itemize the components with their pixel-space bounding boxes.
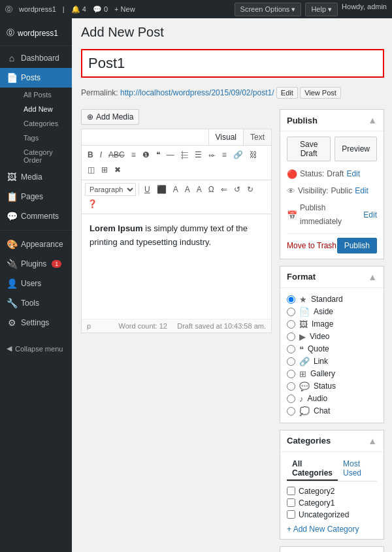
tb-help[interactable]: ❓ [85,197,100,211]
tb-hr[interactable]: — [164,148,177,162]
publish-box-header[interactable]: Publish ▲ [280,110,384,131]
sidebar-item-tools[interactable]: 🔧 Tools [0,293,72,313]
format-radio-video[interactable] [287,333,295,341]
status-edit-link[interactable]: Edit [346,167,360,182]
tb-align-right[interactable]: ⬰ [206,148,218,162]
tb-blockquote[interactable]: ❝ [154,148,163,162]
sidebar-site-name: wordpress1 [18,29,58,38]
gallery-icon: ⊞ [299,369,306,379]
sidebar-item-posts[interactable]: 📄 Posts [0,68,72,88]
editor-body[interactable]: Lorem Ipsum is simply dummy text of the … [82,214,271,319]
status-icon: 🔴 [287,167,297,182]
format-select[interactable]: Paragraph [85,183,136,196]
format-radio-aside[interactable] [287,308,295,316]
tb-fullscreen[interactable]: ✖ [112,163,123,177]
tb-bold[interactable]: B [85,148,96,162]
sidebar-item-all-posts[interactable]: All Posts [17,88,72,102]
tb-table[interactable]: ⊞ [99,163,110,177]
sidebar-item-categories[interactable]: Categories [17,116,72,131]
cat-checkbox-cat2[interactable] [287,487,295,495]
tab-text[interactable]: Text [243,129,271,145]
tb-paste-word[interactable]: A [194,183,204,197]
topbar-notifications[interactable]: 🔔 4 [71,5,86,14]
tb-text-color[interactable]: A [171,183,181,197]
topbar-comments[interactable]: 💬 0 [93,5,108,14]
sidebar-item-users[interactable]: 👤 Users [0,274,72,293]
tb-underline[interactable]: U [142,183,153,197]
format-radio-link[interactable] [287,357,295,366]
tab-visual[interactable]: Visual [208,129,243,145]
sidebar-item-settings[interactable]: ⚙ Settings [0,313,72,333]
tb-insert[interactable]: ◫ [85,163,97,177]
format-label-gallery: Gallery [310,369,335,378]
tb-strikethrough[interactable]: ABC [106,148,127,162]
format-list: ★ Standard 📄 Aside 🖼 [287,293,377,417]
tb-ol[interactable]: ❶ [140,148,152,162]
tb-paste-text[interactable]: A [182,183,193,197]
sidebar-item-add-new[interactable]: Add New [17,102,72,116]
format-radio-standard[interactable] [287,295,295,304]
sidebar-item-tags[interactable]: Tags [17,131,72,145]
format-box-header[interactable]: Format ▲ [280,267,384,288]
trash-btn[interactable]: Move to Trash [287,241,336,250]
sidebar-item-pages[interactable]: 📋 Pages [0,187,72,206]
editor-column: ⊕ Add Media Visual Text B I ABC [81,109,272,333]
tb-unlink[interactable]: ⛓ [247,148,260,162]
format-radio-status[interactable] [287,382,295,391]
tb-undo[interactable]: ↺ [231,183,243,197]
format-radio-audio[interactable] [287,395,295,403]
sidebar-posts-submenu: All Posts Add New Categories Tags Catego… [0,88,72,167]
categories-box-header[interactable]: Categories ▲ [280,430,384,452]
sidebar-item-category-order[interactable]: Category Order [17,145,72,167]
tb-align-justify[interactable]: ≡ [220,148,229,162]
format-option-chat: 💭 Chat [287,405,377,417]
add-media-btn[interactable]: ⊕ Add Media [81,109,139,125]
tb-link[interactable]: 🔗 [231,148,246,162]
tb-ul[interactable]: ≡ [129,148,139,162]
topbar-new[interactable]: + New [114,5,135,13]
tb-align-center[interactable]: ☰ [192,148,204,162]
standard-icon: ★ [299,295,307,304]
preview-btn[interactable]: Preview [335,137,377,161]
cat-tab-most-used[interactable]: Most Used [338,457,377,481]
post-title-input[interactable]: Post1 [81,49,384,78]
tb-special-chars[interactable]: Ω [206,183,217,197]
sidebar-item-label: Dashboard [21,54,59,63]
topbar-site-name[interactable]: wordpress1 [19,5,56,13]
tb-justify[interactable]: ⬛ [154,183,169,197]
tb-align-left[interactable]: ⬱ [178,148,191,162]
collapse-arrow-icon: ◀ [7,344,12,353]
sidebar-item-appearance[interactable]: 🎨 Appearance [0,235,72,254]
format-label-aside: Aside [314,307,333,316]
tags-box-header[interactable]: Tags ▲ [280,547,384,552]
cat-tab-all[interactable]: All Categories [287,457,338,481]
view-post-btn[interactable]: View Post [300,87,341,99]
add-new-category-link[interactable]: + Add New Category [287,525,377,534]
format-radio-gallery[interactable] [287,370,295,378]
sidebar-item-media[interactable]: 🖼 Media [0,167,72,187]
format-radio-image[interactable] [287,320,295,329]
collapse-menu-btn[interactable]: ◀ Collapse menu [0,339,72,358]
sidebar-item-dashboard[interactable]: ⌂ Dashboard [0,48,72,68]
tb-italic[interactable]: I [97,148,105,162]
publish-btn[interactable]: Publish [337,238,377,253]
tb-outdent[interactable]: ⇐ [218,183,230,197]
tb-redo[interactable]: ↻ [244,183,256,197]
format-radio-chat[interactable] [287,407,295,415]
editor-toolbar-row2: Paragraph U ⬛ A A A Ω ⇐ ↺ ↻ ❓ [82,180,271,215]
help-btn[interactable]: Help ▾ [305,3,338,16]
sidebar-item-plugins[interactable]: 🔌 Plugins 1 [0,254,72,274]
sidebar-item-label: Users [21,279,41,288]
publish-time-edit[interactable]: Edit [363,208,377,223]
format-radio-quote[interactable] [287,345,295,353]
editor-content: Lorem Ipsum is simply dummy text of the … [90,222,263,250]
cat-checkbox-uncategorized[interactable] [287,510,295,519]
permalink-url[interactable]: http://localhost/wordpress/2015/09/02/po… [120,88,274,97]
screen-options-btn[interactable]: Screen Options ▾ [235,3,302,16]
editor-wrapper: Visual Text B I ABC ≡ ❶ ❝ — ⬱ [81,129,272,333]
sidebar-item-comments[interactable]: 💬 Comments [0,206,72,226]
permalink-edit-btn[interactable]: Edit [276,87,298,99]
visibility-edit-link[interactable]: Edit [355,184,368,199]
save-draft-btn[interactable]: Save Draft [287,137,331,161]
cat-checkbox-cat1[interactable] [287,498,295,507]
